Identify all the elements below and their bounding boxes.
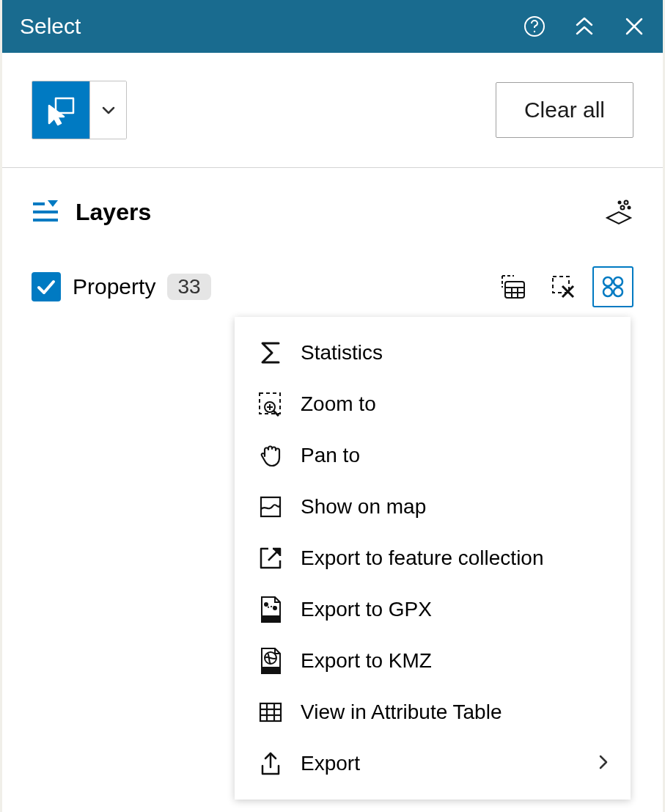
menu-item-export-gpx[interactable]: GPX Export to GPX	[235, 584, 631, 635]
svg-rect-13	[505, 282, 524, 298]
layers-section: Layers Property 33	[2, 168, 663, 337]
svg-text:GPX: GPX	[265, 615, 278, 622]
sigma-icon	[257, 339, 284, 367]
table-icon	[257, 698, 284, 726]
kmz-file-icon: KMZ	[257, 647, 284, 675]
menu-item-export-feature-collection[interactable]: Export to feature collection	[235, 533, 631, 584]
menu-item-zoom-to[interactable]: Zoom to	[235, 378, 631, 430]
layer-checkbox[interactable]	[32, 272, 61, 301]
layers-icon	[32, 198, 59, 226]
menu-item-pan-to[interactable]: Pan to	[235, 430, 631, 481]
menu-label: Statistics	[301, 341, 383, 365]
panel-header: Select	[2, 0, 663, 53]
menu-label: Export to GPX	[301, 598, 432, 621]
header-actions	[523, 15, 645, 37]
layer-name: Property	[73, 274, 155, 299]
collapse-icon[interactable]	[573, 15, 595, 37]
svg-rect-25	[260, 393, 280, 414]
svg-point-24	[614, 288, 622, 296]
selection-tool-button[interactable]	[32, 81, 89, 139]
svg-point-10	[625, 201, 628, 205]
svg-point-23	[603, 288, 612, 296]
svg-point-1	[534, 31, 535, 32]
svg-text:KMZ: KMZ	[264, 667, 276, 673]
map-icon	[257, 493, 284, 521]
selection-tool-dropdown[interactable]	[89, 81, 126, 139]
menu-label: Export to feature collection	[301, 546, 544, 570]
attribute-table-icon[interactable]	[493, 266, 534, 307]
menu-item-export[interactable]: Export	[235, 738, 631, 789]
help-icon[interactable]	[523, 15, 545, 37]
menu-label: Export	[301, 752, 360, 775]
export-icon	[257, 750, 284, 778]
selection-tool-group	[32, 81, 127, 139]
svg-point-11	[621, 206, 625, 210]
layer-count-badge: 33	[167, 274, 210, 300]
menu-item-show-on-map[interactable]: Show on map	[235, 481, 631, 533]
export-fc-icon	[257, 544, 284, 572]
menu-item-statistics[interactable]: Statistics	[235, 327, 631, 378]
actions-dropdown-menu: Statistics Zoom to Pan to	[235, 317, 631, 800]
svg-rect-39	[260, 703, 281, 721]
layers-heading: Layers	[76, 199, 151, 226]
menu-label: Pan to	[301, 444, 360, 467]
menu-label: Export to KMZ	[301, 649, 432, 673]
gpx-file-icon: GPX	[257, 596, 284, 623]
zoom-to-icon	[257, 390, 284, 418]
panel-title: Select	[20, 14, 523, 39]
menu-item-export-kmz[interactable]: KMZ Export to KMZ	[235, 635, 631, 687]
svg-point-22	[614, 277, 622, 286]
svg-point-9	[618, 201, 622, 205]
chevron-right-icon	[598, 752, 609, 775]
menu-label: View in Attribute Table	[301, 701, 501, 724]
svg-point-12	[628, 206, 631, 210]
svg-rect-4	[56, 98, 73, 113]
pan-icon	[257, 442, 284, 469]
clear-selection-icon[interactable]	[543, 266, 584, 307]
toolbar: Clear all	[2, 53, 663, 168]
svg-point-21	[603, 277, 612, 286]
layers-header: Layers	[32, 197, 633, 227]
layers-legend-icon[interactable]	[604, 197, 633, 227]
svg-marker-5	[48, 200, 58, 207]
menu-label: Zoom to	[301, 392, 376, 416]
menu-item-view-attribute-table[interactable]: View in Attribute Table	[235, 687, 631, 738]
layer-row: Property 33	[32, 266, 633, 307]
menu-label: Show on map	[301, 495, 426, 519]
close-icon[interactable]	[623, 15, 645, 37]
clear-all-button[interactable]: Clear all	[496, 82, 633, 138]
actions-menu-button[interactable]	[592, 266, 633, 307]
